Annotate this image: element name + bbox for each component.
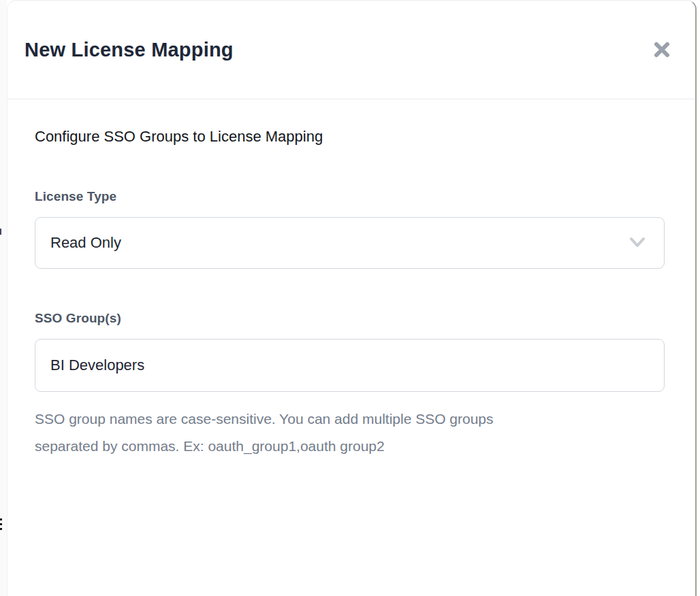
sso-groups-input[interactable] <box>35 339 665 392</box>
help-text-line-1: SSO group names are case-sensitive. You … <box>35 405 648 433</box>
sso-groups-label: SSO Group(s) <box>35 311 665 326</box>
new-license-mapping-dialog: New License Mapping Configure SSO Groups… <box>7 0 697 596</box>
background-content-fragment <box>0 229 1 235</box>
license-type-selected-value: Read Only <box>50 234 121 252</box>
close-icon <box>652 40 671 59</box>
license-type-label: License Type <box>35 189 665 204</box>
page-backdrop-left <box>0 0 7 596</box>
close-button[interactable] <box>650 38 673 61</box>
list-icon <box>0 518 3 531</box>
dialog-subtitle: Configure SSO Groups to License Mapping <box>35 128 665 146</box>
license-type-select[interactable]: Read Only <box>35 217 665 269</box>
help-text-line-2: separated by commas. Ex: oauth_group1,oa… <box>35 433 648 460</box>
chevron-down-icon <box>627 236 648 250</box>
screen: New License Mapping Configure SSO Groups… <box>0 0 700 596</box>
dialog-body: Configure SSO Groups to License Mapping … <box>7 128 695 460</box>
sso-groups-help-text: SSO group names are case-sensitive. You … <box>35 405 648 460</box>
dialog-title: New License Mapping <box>25 39 234 61</box>
dialog-header: New License Mapping <box>7 1 695 99</box>
